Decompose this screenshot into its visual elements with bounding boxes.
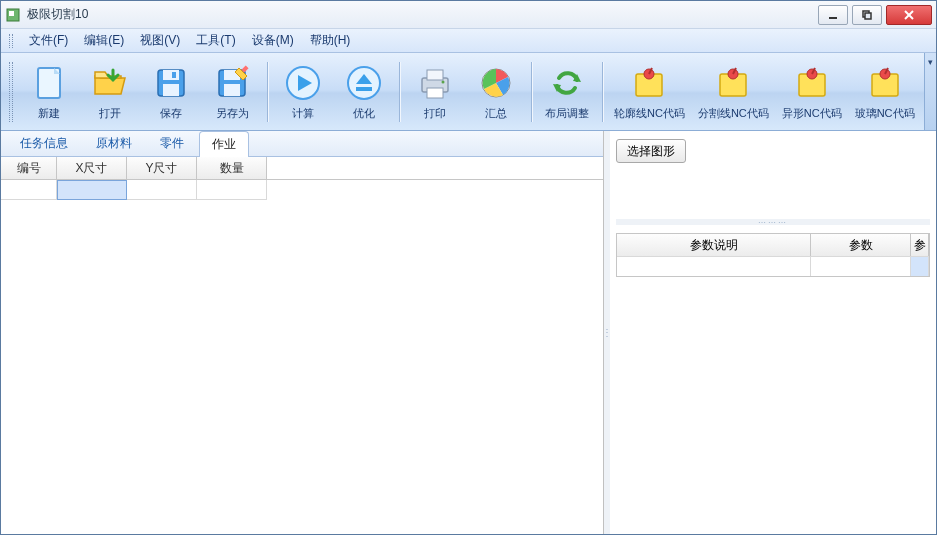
calc-button[interactable]: 计算 (274, 58, 332, 126)
menu-edit[interactable]: 编辑(E) (78, 30, 130, 51)
tab-task[interactable]: 任务信息 (7, 130, 81, 156)
save-disk-icon (151, 63, 191, 103)
svg-rect-15 (224, 84, 240, 96)
layout-button[interactable]: 布局调整 (538, 58, 596, 126)
svg-rect-10 (163, 70, 179, 80)
tab-material[interactable]: 原材料 (83, 130, 145, 156)
menu-tools[interactable]: 工具(T) (190, 30, 241, 51)
col-param[interactable]: 参数 (811, 234, 911, 256)
param-row[interactable] (617, 256, 929, 276)
nc-shape-label: 异形NC代码 (782, 106, 842, 121)
toolbar-separator (602, 62, 603, 122)
refresh-icon (547, 63, 587, 103)
nc-outline-button[interactable]: 轮廓线NC代码 (609, 58, 690, 126)
svg-rect-24 (427, 88, 443, 98)
shape-preview (616, 171, 930, 211)
svg-rect-11 (163, 84, 179, 96)
param-table: 参数说明 参数 参 (616, 233, 930, 277)
window-title: 极限切割10 (27, 6, 818, 23)
nc-glass-label: 玻璃NC代码 (855, 106, 915, 121)
tab-job[interactable]: 作业 (199, 131, 249, 157)
menubar-grip[interactable] (9, 34, 13, 48)
pin-note-icon (713, 63, 753, 103)
minimize-button[interactable] (818, 5, 848, 25)
select-shape-button[interactable]: 选择图形 (616, 139, 686, 163)
col-x[interactable]: X尺寸 (57, 157, 127, 179)
col-param-extra[interactable]: 参 (911, 234, 929, 256)
maximize-button[interactable] (852, 5, 882, 25)
svg-point-25 (442, 80, 445, 83)
nc-outline-label: 轮廓线NC代码 (614, 106, 685, 121)
calc-label: 计算 (292, 106, 314, 121)
col-y[interactable]: Y尺寸 (127, 157, 197, 179)
svg-rect-12 (172, 72, 176, 78)
param-desc-cell[interactable] (617, 256, 811, 276)
svg-rect-4 (865, 13, 871, 19)
col-id[interactable]: 编号 (1, 157, 57, 179)
open-button[interactable]: 打开 (81, 58, 139, 126)
cell-qty[interactable] (197, 180, 267, 200)
new-button[interactable]: 新建 (20, 58, 78, 126)
right-pane: 选择图形 参数说明 参数 参 (610, 131, 936, 534)
menu-view[interactable]: 视图(V) (134, 30, 186, 51)
nc-shape-button[interactable]: 异形NC代码 (777, 58, 847, 126)
cell-id[interactable] (1, 180, 57, 200)
print-button[interactable]: 打印 (406, 58, 464, 126)
play-icon (283, 63, 323, 103)
pie-chart-icon (476, 63, 516, 103)
open-label: 打开 (99, 106, 121, 121)
menubar: 文件(F) 编辑(E) 视图(V) 工具(T) 设备(M) 帮助(H) (1, 29, 936, 53)
toolbar-separator (531, 62, 532, 122)
param-detail-area (616, 285, 930, 526)
param-extra-cell[interactable] (911, 256, 929, 276)
toolbar: 新建 打开 保存 另存为 计算 (1, 53, 936, 131)
pin-note-icon (629, 63, 669, 103)
saveas-label: 另存为 (216, 106, 249, 121)
toolbar-separator (267, 62, 268, 122)
menu-help[interactable]: 帮助(H) (304, 30, 357, 51)
grid-header: 编号 X尺寸 Y尺寸 数量 (1, 157, 603, 180)
open-folder-icon (90, 63, 130, 103)
svg-rect-1 (9, 11, 14, 16)
toolbar-grip[interactable] (9, 62, 13, 122)
layout-label: 布局调整 (545, 106, 589, 121)
saveas-disk-icon (212, 63, 252, 103)
tab-parts[interactable]: 零件 (147, 130, 197, 156)
saveas-button[interactable]: 另存为 (203, 58, 261, 126)
eject-icon (344, 63, 384, 103)
app-icon (5, 7, 21, 23)
close-button[interactable] (886, 5, 932, 25)
summary-label: 汇总 (485, 106, 507, 121)
horizontal-splitter[interactable] (616, 219, 930, 225)
titlebar: 极限切割10 (1, 1, 936, 29)
pin-note-icon (792, 63, 832, 103)
print-label: 打印 (424, 106, 446, 121)
grid-row[interactable] (1, 180, 603, 200)
cell-y[interactable] (127, 180, 197, 200)
svg-rect-23 (427, 70, 443, 80)
menu-device[interactable]: 设备(M) (246, 30, 300, 51)
optimize-label: 优化 (353, 106, 375, 121)
col-param-desc[interactable]: 参数说明 (617, 234, 811, 256)
pin-note-icon (865, 63, 905, 103)
param-value-cell[interactable] (811, 256, 911, 276)
col-qty[interactable]: 数量 (197, 157, 267, 179)
optimize-button[interactable]: 优化 (335, 58, 393, 126)
nc-split-label: 分割线NC代码 (698, 106, 769, 121)
printer-icon (415, 63, 455, 103)
svg-rect-21 (356, 87, 372, 91)
new-label: 新建 (38, 106, 60, 121)
save-label: 保存 (160, 106, 182, 121)
tabs: 任务信息 原材料 零件 作业 (1, 131, 603, 157)
save-button[interactable]: 保存 (142, 58, 200, 126)
cell-x-selected[interactable] (57, 180, 127, 200)
menu-file[interactable]: 文件(F) (23, 30, 74, 51)
left-pane: 任务信息 原材料 零件 作业 编号 X尺寸 Y尺寸 数量 (1, 131, 604, 534)
new-file-icon (29, 63, 69, 103)
nc-split-button[interactable]: 分割线NC代码 (693, 58, 774, 126)
toolbar-overflow[interactable]: ▾ (924, 53, 936, 130)
nc-glass-button[interactable]: 玻璃NC代码 (850, 58, 920, 126)
toolbar-separator (399, 62, 400, 122)
summary-button[interactable]: 汇总 (467, 58, 525, 126)
